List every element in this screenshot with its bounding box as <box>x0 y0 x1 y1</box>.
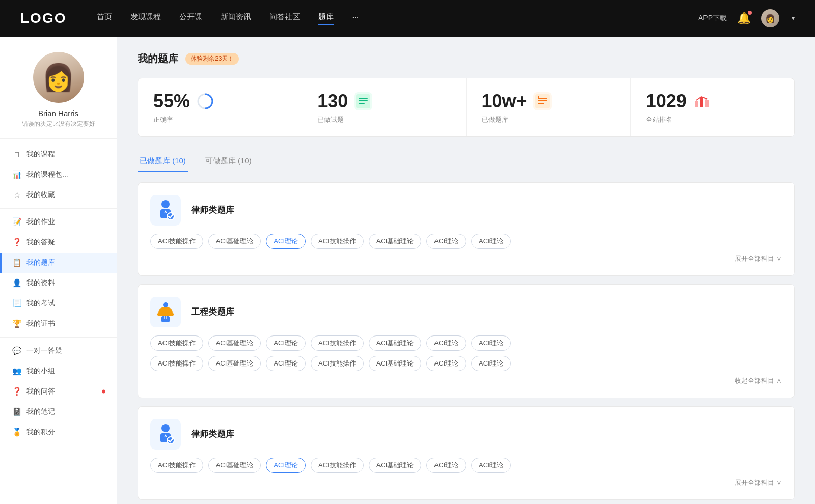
sidebar-item-label: 我的题库 <box>26 258 55 267</box>
sidebar-item-my-qa[interactable]: ❓ 我的问答 <box>0 381 117 402</box>
tag-l2-6[interactable]: ACI理论 <box>471 458 511 473</box>
tag-l2-3[interactable]: ACI技能操作 <box>311 458 364 473</box>
qbank-lawyer-icon-1 <box>150 195 181 226</box>
tag-e-4[interactable]: ACI基础理论 <box>369 335 422 351</box>
done-banks-value: 10w+ <box>482 91 527 112</box>
sidebar-item-my-courses[interactable]: 🗒 我的课程 <box>0 144 117 164</box>
page-header: 我的题库 体验剩余23天！ <box>138 52 795 66</box>
svg-rect-5 <box>359 103 365 104</box>
qbank-card-lawyer-1: 律师类题库 ACI技能操作 ACI基础理论 ACI理论 ACI技能操作 ACI基… <box>138 182 795 276</box>
tag-e-10[interactable]: ACI技能操作 <box>311 356 364 371</box>
sidebar-item-my-notes[interactable]: 📓 我的笔记 <box>0 402 117 422</box>
tag-e-9[interactable]: ACI理论 <box>266 356 306 371</box>
stat-done-questions: 130 已做试题 <box>302 78 466 136</box>
tag-l2-2[interactable]: ACI理论 <box>266 458 306 473</box>
done-questions-icon <box>354 92 372 110</box>
svg-rect-7 <box>538 98 547 99</box>
expand-button-engineer[interactable]: 收起全部科目 ∧ <box>735 376 782 385</box>
sidebar-item-label: 我的小组 <box>26 367 55 376</box>
tag-e-11[interactable]: ACI基础理论 <box>369 356 422 371</box>
nav-link-discover[interactable]: 发现课程 <box>130 12 161 25</box>
sidebar-item-label: 我的作业 <box>26 217 55 227</box>
qbank-card-lawyer-2: 律师类题库 ACI技能操作 ACI基础理论 ACI理论 ACI技能操作 ACI基… <box>138 406 795 500</box>
sidebar-item-label: 我的笔记 <box>26 407 55 416</box>
nav-link-news[interactable]: 新闻资讯 <box>221 12 251 25</box>
my-exams-icon: 📃 <box>12 299 21 308</box>
sidebar-item-my-points[interactable]: 🏅 我的积分 <box>0 422 117 442</box>
expand-button-lawyer-2[interactable]: 展开全部科目 ∨ <box>735 478 782 487</box>
done-banks-label: 已做题库 <box>482 115 615 124</box>
user-avatar[interactable]: 👩 <box>761 9 779 27</box>
tab-done-banks[interactable]: 已做题库 (10) <box>138 151 188 172</box>
profile-motto: 错误的决定比没有决定要好 <box>22 120 95 128</box>
sidebar-item-my-questions[interactable]: ❓ 我的答疑 <box>0 232 117 253</box>
tag-0[interactable]: ACI技能操作 <box>150 234 203 249</box>
sidebar-item-my-favorites[interactable]: ☆ 我的收藏 <box>0 185 117 205</box>
accuracy-label: 正确率 <box>153 115 286 124</box>
qbank-tags-lawyer-1: ACI技能操作 ACI基础理论 ACI理论 ACI技能操作 ACI基础理论 AC… <box>150 234 782 249</box>
tag-5[interactable]: ACI理论 <box>426 234 466 249</box>
done-questions-value: 130 <box>317 91 348 112</box>
rank-icon <box>693 92 711 110</box>
sidebar-item-my-homework[interactable]: 📝 我的作业 <box>0 212 117 232</box>
sidebar-item-my-certs[interactable]: 🏆 我的证书 <box>0 314 117 334</box>
sidebar-item-my-exams[interactable]: 📃 我的考试 <box>0 293 117 314</box>
tag-e-7[interactable]: ACI技能操作 <box>150 356 203 371</box>
svg-rect-22 <box>164 316 165 319</box>
tab-available-banks[interactable]: 可做题库 (10) <box>203 151 254 172</box>
nav-link-more[interactable]: ··· <box>352 12 359 25</box>
sidebar-item-label: 我的积分 <box>26 428 55 437</box>
rank-value: 1029 <box>646 91 687 112</box>
nav-link-qa[interactable]: 问答社区 <box>269 12 300 25</box>
tag-4[interactable]: ACI基础理论 <box>369 234 422 249</box>
stat-accuracy: 55% 正确率 <box>138 78 302 136</box>
svg-rect-9 <box>538 103 544 104</box>
tag-3[interactable]: ACI技能操作 <box>311 234 364 249</box>
logo: LOGO <box>20 10 66 26</box>
sidebar-item-label: 我的证书 <box>26 319 55 328</box>
qbank-title-lawyer-1: 律师类题库 <box>191 195 234 226</box>
tag-e-13[interactable]: ACI理论 <box>471 356 511 371</box>
tag-e-0[interactable]: ACI技能操作 <box>150 335 203 351</box>
sidebar-item-my-info[interactable]: 👤 我的资料 <box>0 273 117 293</box>
tag-e-3[interactable]: ACI技能操作 <box>311 335 364 351</box>
tag-e-1[interactable]: ACI基础理论 <box>208 335 261 351</box>
qbank-engineer-icon <box>150 297 181 327</box>
tag-l2-0[interactable]: ACI技能操作 <box>150 458 203 473</box>
sidebar-item-my-groups[interactable]: 👥 我的小组 <box>0 361 117 381</box>
tag-e-5[interactable]: ACI理论 <box>426 335 466 351</box>
nav-link-open[interactable]: 公开课 <box>179 12 202 25</box>
trial-badge: 体验剩余23天！ <box>185 53 239 65</box>
tag-l2-1[interactable]: ACI基础理论 <box>208 458 261 473</box>
sidebar-item-one-on-one[interactable]: 💬 一对一答疑 <box>0 341 117 361</box>
tag-2[interactable]: ACI理论 <box>266 234 306 249</box>
sidebar-menu: 🗒 我的课程 📊 我的课程包... ☆ 我的收藏 📝 我的作业 ❓ 我的答疑 � <box>0 144 117 442</box>
tag-e-2[interactable]: ACI理论 <box>266 335 306 351</box>
sidebar-item-my-packages[interactable]: 📊 我的课程包... <box>0 164 117 185</box>
svg-point-15 <box>161 200 170 208</box>
expand-button-lawyer-1[interactable]: 展开全部科目 ∨ <box>735 254 782 263</box>
tag-e-6[interactable]: ACI理论 <box>471 335 511 351</box>
nav-link-home[interactable]: 首页 <box>97 12 112 25</box>
qbank-title-engineer: 工程类题库 <box>191 297 234 327</box>
tag-6[interactable]: ACI理论 <box>471 234 511 249</box>
nav-link-questions[interactable]: 题库 <box>318 12 334 25</box>
notification-bell[interactable]: 🔔 <box>737 12 751 25</box>
app-download-link[interactable]: APP下载 <box>698 14 727 23</box>
sidebar-item-label: 一对一答疑 <box>26 346 62 355</box>
question-bank-tabs: 已做题库 (10) 可做题库 (10) <box>138 151 795 172</box>
tag-e-8[interactable]: ACI基础理论 <box>208 356 261 371</box>
tag-l2-5[interactable]: ACI理论 <box>426 458 466 473</box>
sidebar-item-my-qbank[interactable]: 📋 我的题库 <box>0 253 117 273</box>
svg-rect-11 <box>695 101 698 107</box>
chevron-down-icon[interactable]: ▾ <box>792 15 795 22</box>
sidebar-item-label: 我的课程 <box>26 150 55 159</box>
tag-l2-4[interactable]: ACI基础理论 <box>369 458 422 473</box>
my-info-icon: 👤 <box>12 278 21 288</box>
my-courses-icon: 🗒 <box>12 150 21 159</box>
tag-1[interactable]: ACI基础理论 <box>208 234 261 249</box>
tag-e-12[interactable]: ACI理论 <box>426 356 466 371</box>
sidebar-item-label: 我的资料 <box>26 278 55 288</box>
done-questions-label: 已做试题 <box>317 115 450 124</box>
page-title: 我的题库 <box>138 52 178 66</box>
